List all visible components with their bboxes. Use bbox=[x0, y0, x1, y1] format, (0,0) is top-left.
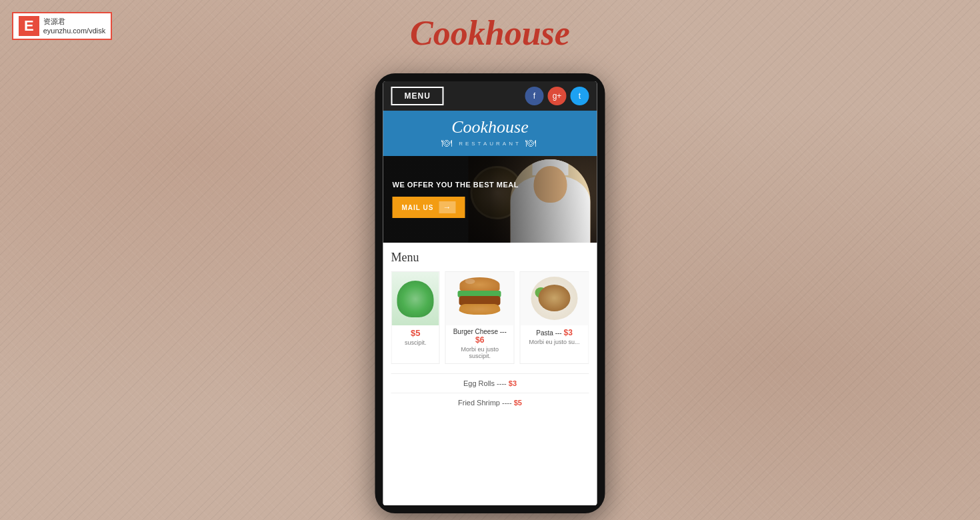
pasta-desc: Morbi eu justo su... bbox=[521, 339, 589, 349]
hero-tagline: WE OFFER YOU THE BEST MEAL bbox=[393, 181, 519, 189]
salad-visual bbox=[397, 281, 434, 317]
restaurant-subtitle-text: RESTAURANT bbox=[459, 141, 521, 147]
pasta-food bbox=[538, 285, 570, 311]
phone-screen: MENU f g+ t Cookhouse 🍽 RESTAURANT 🍽 bbox=[383, 81, 597, 505]
mail-us-button[interactable]: MAIL US → bbox=[393, 197, 465, 218]
menu-section: Menu $5 suscipit. bbox=[383, 243, 597, 505]
salad-desc: suscipit. bbox=[392, 339, 439, 350]
burger-visual bbox=[457, 277, 503, 321]
menu-card-salad: $5 suscipit. bbox=[391, 271, 440, 364]
menu-button[interactable]: MENU bbox=[391, 87, 444, 105]
nav-bar: MENU f g+ t bbox=[383, 81, 597, 111]
hero-section: WE OFFER YOU THE BEST MEAL MAIL US → bbox=[383, 156, 597, 243]
page-title: Cookhouse bbox=[0, 13, 980, 53]
egg-rolls-separator: ---- bbox=[497, 379, 507, 387]
menu-cards-grid: $5 suscipit. Burger bbox=[391, 271, 589, 364]
burger-name: Burger Cheese --- $6 bbox=[446, 325, 514, 346]
restaurant-subtitle: 🍽 RESTAURANT 🍽 bbox=[390, 137, 591, 149]
fried-shrimp-name: Fried Shrimp bbox=[458, 399, 500, 407]
mail-us-label: MAIL US bbox=[402, 204, 434, 211]
egg-rolls-name: Egg Rolls bbox=[463, 379, 495, 387]
facebook-icon[interactable]: f bbox=[525, 87, 544, 105]
menu-card-pasta: Pasta --- $3 Morbi eu justo su... bbox=[520, 271, 589, 364]
bun-bottom bbox=[459, 304, 501, 315]
burger-price: $6 bbox=[475, 335, 484, 345]
restaurant-title: Cookhouse bbox=[390, 117, 591, 137]
fried-shrimp-price: $5 bbox=[514, 399, 522, 407]
chef-icon-left: 🍽 bbox=[441, 137, 455, 149]
chef-icon-right: 🍽 bbox=[525, 137, 539, 149]
pasta-price: $3 bbox=[563, 328, 572, 337]
fried-shrimp-separator: ---- bbox=[502, 399, 512, 407]
pasta-visual bbox=[529, 275, 579, 322]
googleplus-icon[interactable]: g+ bbox=[548, 87, 567, 105]
salad-image bbox=[392, 272, 439, 325]
salad-price: $5 bbox=[392, 325, 439, 339]
pasta-image bbox=[521, 272, 589, 325]
pasta-name: Pasta --- $3 bbox=[521, 325, 589, 339]
twitter-icon[interactable]: t bbox=[571, 87, 589, 105]
menu-section-title: Menu bbox=[391, 251, 589, 265]
burger-image bbox=[446, 272, 514, 325]
list-item-fried-shrimp: Fried Shrimp ---- $5 bbox=[391, 393, 589, 412]
header-band: Cookhouse 🍽 RESTAURANT 🍽 bbox=[383, 111, 597, 156]
mail-us-arrow: → bbox=[439, 201, 455, 213]
menu-card-burger: Burger Cheese --- $6 Morbi eu justo susc… bbox=[445, 271, 515, 364]
list-item-egg-rolls: Egg Rolls ---- $3 bbox=[391, 373, 589, 393]
egg-rolls-price: $3 bbox=[509, 379, 517, 387]
bun-top bbox=[460, 277, 500, 292]
salad-price-value: $5 bbox=[411, 328, 420, 338]
burger-desc: Morbi eu justo suscipit. bbox=[446, 346, 514, 363]
social-icons: f g+ t bbox=[525, 87, 589, 105]
hero-content: WE OFFER YOU THE BEST MEAL MAIL US → bbox=[383, 167, 528, 231]
phone-device: MENU f g+ t Cookhouse 🍽 RESTAURANT 🍽 bbox=[375, 73, 605, 513]
